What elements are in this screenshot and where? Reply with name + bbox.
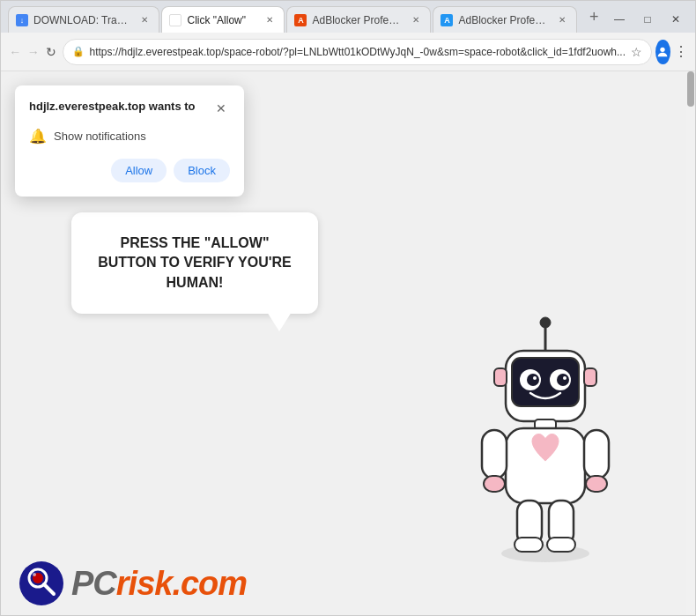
popup-close-button[interactable]: ✕ [212,100,230,117]
scrollbar-thumb[interactable] [687,71,694,107]
svg-rect-13 [584,368,596,386]
svg-rect-18 [584,430,609,479]
browser-frame: ↓ DOWNLOAD: Transfo... ✕ Click "Allow" ✕… [0,0,696,616]
maximize-button[interactable]: □ [635,10,660,29]
pcrisk-icon-svg [19,560,64,606]
popup-buttons: Allow Block [29,159,230,182]
svg-point-24 [19,561,63,605]
svg-point-11 [563,376,566,380]
pcrisk-logo: PCrisk.com [19,560,247,606]
popup-header: hdjlz.everestpeak.top wants to ✕ [29,100,230,117]
allow-button[interactable]: Allow [111,159,167,182]
popup-notification-row: 🔔 Show notifications [29,128,230,145]
tab-adblocker1[interactable]: A AdBlocker Professio... ✕ [286,6,431,33]
tab-close-click-allow[interactable]: ✕ [263,13,277,27]
speech-area: PRESS THE "ALLOW" BUTTON TO VERIFY YOU'R… [71,212,318,314]
minimize-button[interactable]: — [607,10,632,29]
tab-close-download[interactable]: ✕ [137,13,152,27]
bookmark-star-icon[interactable]: ☆ [631,45,642,59]
svg-point-27 [33,573,36,576]
robot-svg [457,315,633,562]
svg-point-0 [661,47,665,51]
reload-button[interactable]: ↻ [44,40,59,64]
svg-rect-17 [484,476,505,492]
window-controls: — □ ✕ [607,10,688,33]
new-tab-button[interactable]: + [582,4,605,29]
back-button[interactable]: ← [8,40,23,64]
block-button[interactable]: Block [174,159,230,182]
profile-button[interactable] [655,40,670,64]
page-content: hdjlz.everestpeak.top wants to ✕ 🔔 Show … [1,71,695,615]
notification-popup: hdjlz.everestpeak.top wants to ✕ 🔔 Show … [15,85,244,197]
svg-rect-16 [482,430,507,479]
svg-point-3 [540,317,551,328]
pcrisk-text: PCrisk.com [71,565,247,603]
close-button[interactable]: ✕ [663,10,688,29]
speech-text: PRESS THE "ALLOW" BUTTON TO VERIFY YOU'R… [98,234,292,293]
svg-rect-21 [515,538,543,552]
svg-rect-19 [586,476,607,492]
tab-bar: ↓ DOWNLOAD: Transfo... ✕ Click "Allow" ✕… [1,1,695,33]
tab-title-adblocker1: AdBlocker Professio... [312,14,404,26]
svg-point-9 [557,374,569,386]
svg-rect-23 [547,538,575,552]
page-main: hdjlz.everestpeak.top wants to ✕ 🔔 Show … [1,71,686,615]
tab-title-download: DOWNLOAD: Transfo... [33,14,132,26]
robot-container [457,315,633,562]
address-text: https://hdjlz.everestpeak.top/space-robo… [90,46,626,58]
tab-favicon-click [169,14,181,26]
notification-label: Show notifications [54,130,146,143]
tab-close-adblocker1[interactable]: ✕ [409,13,423,27]
svg-point-10 [533,376,537,380]
nav-bar: ← → ↻ 🔒 https://hdjlz.everestpeak.top/sp… [1,33,695,71]
speech-bubble: PRESS THE "ALLOW" BUTTON TO VERIFY YOU'R… [71,212,318,314]
popup-title: hdjlz.everestpeak.top wants to [29,100,196,113]
pcrisk-pc: PC [71,565,116,602]
address-bar[interactable]: 🔒 https://hdjlz.everestpeak.top/space-ro… [63,39,653,65]
bell-icon: 🔔 [29,128,47,145]
tab-download[interactable]: ↓ DOWNLOAD: Transfo... ✕ [8,6,159,33]
tab-favicon-adblocker2: A [441,14,453,26]
svg-point-8 [527,374,539,386]
tab-title-click-allow: Click "Allow" [187,14,257,26]
tab-adblocker2[interactable]: A AdBlocker Professio... ✕ [433,6,577,33]
tab-close-adblocker2[interactable]: ✕ [555,13,569,27]
tab-favicon-adblocker1: A [294,14,307,26]
svg-rect-12 [494,368,507,386]
tab-title-adblocker2: AdBlocker Professio... [458,14,550,26]
menu-button[interactable]: ⋮ [674,40,689,64]
tab-click-allow[interactable]: Click "Allow" ✕ [161,6,285,33]
forward-button[interactable]: → [26,40,41,64]
lock-icon: 🔒 [72,46,85,57]
scrollbar[interactable] [686,71,695,615]
pcrisk-risk: risk.com [116,565,247,602]
tab-favicon-download: ↓ [16,14,28,26]
